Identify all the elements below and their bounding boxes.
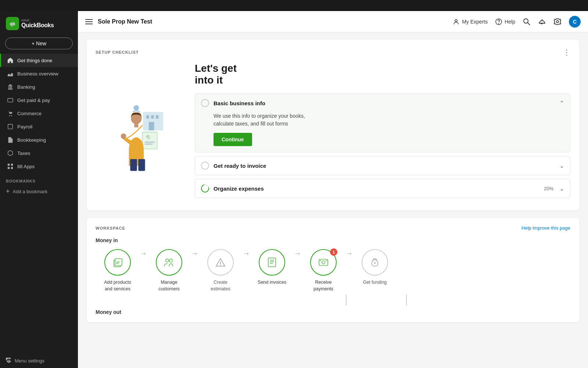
apps-icon [7,163,14,170]
user-avatar[interactable]: C [569,16,581,28]
home-icon [7,57,14,64]
sidebar-item-get-paid-pay[interactable]: Get paid & pay [0,93,78,107]
setup-illustration [96,63,184,202]
workflow-item-receive-payments[interactable]: 1 Receivepayments [301,249,345,292]
sidebar-item-business-overview[interactable]: Business overview [0,67,78,80]
payment-icon [317,256,330,269]
search-button[interactable] [523,18,531,26]
svg-point-16 [556,21,559,23]
svg-point-4 [11,115,12,116]
quickbooks-logo[interactable]: qb intuit QuickBooks [6,17,54,30]
svg-rect-18 [146,115,149,118]
sidebar-item-taxes[interactable]: Taxes [0,146,78,160]
setup-inner: Let's getinto it Basic business info ⌃ [96,63,570,202]
money-bag-icon [369,256,381,269]
top-bar [0,0,588,11]
workflow-item-create-estimates[interactable]: Createestimates [198,249,243,292]
new-button[interactable]: + New [5,38,73,49]
continue-button[interactable]: Continue [214,133,252,146]
svg-point-13 [524,19,528,23]
checklist-desc-basic-info: We use this info to organize your books,… [214,112,564,128]
intuit-label: intuit [21,18,54,22]
svg-point-30 [121,134,126,139]
expand-chevron-up: ⌃ [559,100,564,107]
workflow-icon-manage-customers [156,249,182,276]
sidebar-label-apps: 88 Apps [17,164,35,169]
menu-settings[interactable]: Menu settings [0,353,78,368]
main-content: Sole Prop New Test My Experts [78,11,588,368]
circle-check-get-ready [201,162,209,170]
workflow-icon-add-products [104,249,131,276]
svg-rect-2 [8,99,13,102]
sidebar-item-get-things-done[interactable]: Get things done [0,54,78,67]
checklist-item-expenses-header[interactable]: Organize expenses 20% ⌄ [195,179,570,198]
svg-point-10 [455,20,457,22]
svg-rect-6 [8,164,10,166]
help-improve-link[interactable]: Help improve this page [521,225,570,231]
checklist-item-get-ready-header[interactable]: Get ready to invoice ⌄ [195,156,570,175]
sidebar-item-commerce[interactable]: Commerce [0,107,78,120]
help-label: Help [505,19,515,25]
checklist-item-basic-info-header[interactable]: Basic business info ⌃ [195,94,570,112]
sidebar-item-apps[interactable]: 88 Apps [0,160,78,173]
sidebar-label-banking: Banking [17,84,35,90]
svg-rect-5 [8,124,13,129]
setup-card-header: SETUP CHECKLIST ⋮ [96,49,570,56]
workflow-item-manage-customers[interactable]: Managecustomers [147,249,191,292]
workflow-label-add-products: Add productsand services [104,279,131,292]
help-icon [495,18,502,25]
quickbooks-label: QuickBooks [21,22,54,28]
taxes-icon [7,150,14,156]
svg-rect-21 [149,122,154,131]
setup-heading: Let's getinto it [195,63,570,86]
svg-rect-25 [145,144,153,145]
bell-icon [538,18,546,26]
svg-point-12 [499,23,499,24]
circle-check-basic-info [201,99,209,107]
more-options-button[interactable]: ⋮ [563,49,570,56]
sidebar-item-payroll[interactable]: Payroll [0,120,78,133]
sidebar-label-business-overview: Business overview [17,71,58,77]
workflow-item-get-funding[interactable]: Get funding [353,249,397,286]
svg-point-34 [166,259,169,262]
sidebar-item-bookkeeping[interactable]: Bookkeeping [0,133,78,146]
gear-icon [6,358,12,364]
notifications-button[interactable] [538,18,546,26]
vertical-line-receive-payments [406,294,407,305]
my-experts-label: My Experts [462,19,488,25]
workflow-item-add-products[interactable]: Add productsand services [96,249,140,292]
warning-triangle-icon [214,256,227,269]
workflow-row-money-in: Add productsand services → [96,249,570,292]
sidebar-label-bookkeeping: Bookkeeping [17,137,46,143]
sidebar-label-get-things-done: Get things done [17,58,52,63]
workflow-item-send-invoices[interactable]: Send invoices [250,249,294,286]
invoice-doc-icon [266,256,278,269]
add-bookmark-button[interactable]: + Add a bookmark [0,185,78,198]
checklist-content: Let's getinto it Basic business info ⌃ [195,63,570,202]
svg-rect-39 [319,259,328,266]
workflow-label-get-funding: Get funding [363,279,387,286]
search-icon [523,18,531,26]
workflow-arrow-5: → [345,249,353,269]
help-button[interactable]: Help [495,18,515,25]
menu-settings-label: Menu settings [15,358,44,364]
bookkeeping-icon [7,137,14,143]
workflow-icon-receive-payments: 1 [310,249,337,276]
checklist-item-organize-expenses: Organize expenses 20% ⌄ [195,179,570,198]
hamburger-menu[interactable] [85,19,93,24]
workflow-icon-send-invoices [259,249,285,276]
plus-icon: + [6,188,10,195]
checklist-item-get-ready-left: Get ready to invoice [201,162,266,170]
svg-rect-38 [268,258,276,267]
settings-button[interactable] [553,18,562,26]
workflow-label-manage-customers: Managecustomers [158,279,180,292]
payment-badge: 1 [330,248,337,256]
circle-check-expenses [200,183,211,194]
my-experts-button[interactable]: My Experts [452,18,488,25]
money-out-title: Money out [96,309,570,315]
sidebar-label-commerce: Commerce [17,111,42,116]
sidebar-item-banking[interactable]: Banking [0,80,78,93]
header-right: My Experts Help [452,16,581,28]
settings-icon [553,18,562,26]
workflow-icon-get-funding [362,249,388,276]
